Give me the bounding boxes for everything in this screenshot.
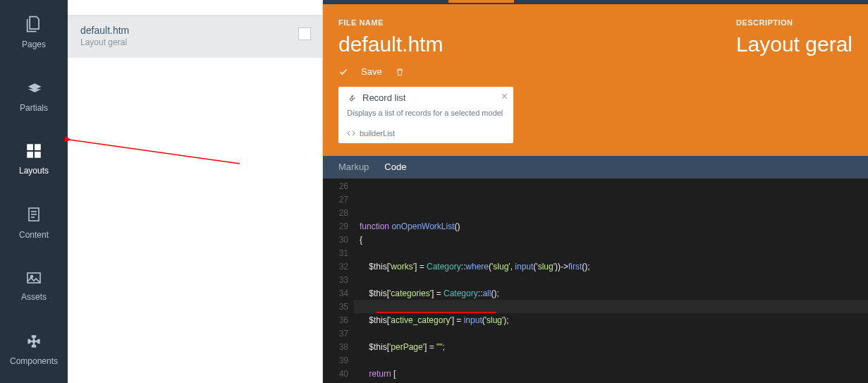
nav-content[interactable]: Content xyxy=(0,190,68,254)
file-header: FILE NAME default.htm DESCRIPTION Layout… xyxy=(323,4,868,156)
sidebar: Pages Partials Layouts Content Assets Co… xyxy=(0,0,68,383)
nav-label: Content xyxy=(19,230,49,240)
nav-layouts[interactable]: Layouts xyxy=(0,127,68,190)
nav-partials[interactable]: Partials xyxy=(0,63,68,127)
card-title: Record list xyxy=(362,92,405,103)
component-card[interactable]: × Record list Displays a list of records… xyxy=(338,87,513,143)
close-icon[interactable]: × xyxy=(431,0,436,3)
nav-label: Assets xyxy=(21,292,47,302)
code-editor[interactable]: 26272829 30313233 34353637 38394041 42 f… xyxy=(323,178,868,384)
save-button[interactable]: Save xyxy=(361,66,382,77)
assets-icon xyxy=(24,269,44,286)
gutter: 26272829 30313233 34353637 38394041 42 xyxy=(323,178,354,384)
file-checkbox[interactable] xyxy=(298,28,311,40)
nav-label: Components xyxy=(10,356,58,366)
svg-rect-3 xyxy=(35,152,41,158)
nav-components[interactable]: Components xyxy=(0,317,68,381)
file-list-item[interactable]: default.htm Layout geral xyxy=(68,16,322,58)
code-icon xyxy=(347,129,355,138)
description-value: Layout geral xyxy=(736,32,852,56)
partials-icon xyxy=(24,78,44,97)
close-icon[interactable]: × xyxy=(499,0,504,3)
code-body[interactable]: function onOpenWorkList() { $this['works… xyxy=(354,178,868,384)
tab-markup[interactable]: Markup xyxy=(338,162,369,172)
svg-rect-1 xyxy=(35,144,41,150)
code-tabs: Markup Code xyxy=(323,156,868,178)
pages-icon xyxy=(24,14,44,34)
wrench-icon xyxy=(347,93,357,103)
nav-label: Partials xyxy=(20,103,48,113)
description-label: DESCRIPTION xyxy=(736,18,852,27)
nav-assets[interactable]: Assets xyxy=(0,254,68,317)
close-icon[interactable]: × xyxy=(501,91,508,102)
content-icon xyxy=(25,205,42,224)
tab-worklist[interactable]: work_list× xyxy=(520,0,594,3)
tab-categories[interactable]: …rks by category× xyxy=(340,0,446,3)
card-footer: builderList xyxy=(360,129,395,138)
nav-label: Layouts xyxy=(19,166,49,176)
components-icon xyxy=(24,332,44,351)
svg-rect-2 xyxy=(27,152,33,158)
check-icon xyxy=(338,67,348,77)
svg-rect-0 xyxy=(27,144,33,150)
editor-main: …rks by category× default× work_list× FI… xyxy=(323,0,868,383)
layouts-icon xyxy=(25,142,43,160)
annotation-underline xyxy=(377,312,496,313)
nav-pages[interactable]: Pages xyxy=(0,0,68,63)
file-subtitle: Layout geral xyxy=(80,37,310,47)
file-title: default.htm xyxy=(80,25,310,36)
tab-default[interactable]: default× xyxy=(448,0,514,3)
filename-value: default.htm xyxy=(338,32,443,56)
editor-tabs: …rks by category× default× work_list× xyxy=(323,0,868,4)
card-desc: Displays a list of records for a selecte… xyxy=(347,107,505,119)
trash-icon[interactable] xyxy=(395,67,405,77)
file-list-panel: default.htm Layout geral xyxy=(68,0,323,383)
close-icon[interactable]: × xyxy=(579,0,584,3)
filename-label: FILE NAME xyxy=(338,18,443,27)
nav-label: Pages xyxy=(22,39,46,49)
tab-code[interactable]: Code xyxy=(384,162,406,172)
